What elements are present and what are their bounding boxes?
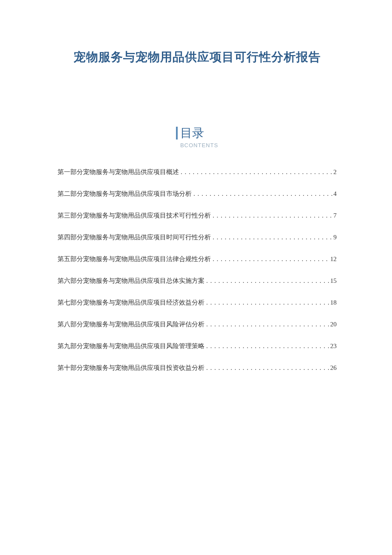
toc-leader-dots-icon xyxy=(211,256,330,263)
toc-item[interactable]: 第二部分宠物服务与宠物用品供应项目市场分析 4 xyxy=(58,190,337,198)
toc-leader-dots-icon xyxy=(205,321,330,328)
toc-leader-dots-icon xyxy=(205,277,330,285)
toc-accent-bar-icon xyxy=(176,127,178,139)
toc-item-page: 15 xyxy=(330,277,337,285)
toc-item[interactable]: 第七部分宠物服务与宠物用品供应项目经济效益分析 18 xyxy=(58,299,337,307)
toc-subheading: BCONTENTS xyxy=(180,142,218,148)
toc-header: 目录 BCONTENTS xyxy=(58,125,337,149)
toc-item-label: 第九部分宠物服务与宠物用品供应项目风险管理策略 xyxy=(58,342,205,350)
toc-item-label: 第五部分宠物服务与宠物用品供应项目法律合规性分析 xyxy=(58,255,211,263)
document-page: 宠物服务与宠物用品供应项目可行性分析报告 目录 BCONTENTS 第一部分宠物… xyxy=(0,0,392,372)
toc-item-page: 23 xyxy=(330,343,337,350)
toc-item-page: 12 xyxy=(330,256,337,263)
toc-leader-dots-icon xyxy=(211,212,334,219)
toc-item-page: 2 xyxy=(334,169,337,176)
toc-title-row: 目录 xyxy=(176,125,218,141)
toc-leader-dots-icon xyxy=(205,343,330,350)
toc-item-label: 第二部分宠物服务与宠物用品供应项目市场分析 xyxy=(58,190,192,198)
toc-item[interactable]: 第四部分宠物服务与宠物用品供应项目时间可行性分析 9 xyxy=(58,233,337,241)
toc-leader-dots-icon xyxy=(211,234,334,241)
toc-item[interactable]: 第九部分宠物服务与宠物用品供应项目风险管理策略 23 xyxy=(58,342,337,350)
toc-item-label: 第十部分宠物服务与宠物用品供应项目投资收益分析 xyxy=(58,364,205,372)
toc-item[interactable]: 第十部分宠物服务与宠物用品供应项目投资收益分析 26 xyxy=(58,364,337,372)
toc-item-page: 18 xyxy=(330,299,337,306)
toc-leader-dots-icon xyxy=(205,364,330,372)
toc-item[interactable]: 第五部分宠物服务与宠物用品供应项目法律合规性分析 12 xyxy=(58,255,337,263)
toc-item-label: 第八部分宠物服务与宠物用品供应项目风险评估分析 xyxy=(58,320,205,328)
toc-item[interactable]: 第三部分宠物服务与宠物用品供应项目技术可行性分析 7 xyxy=(58,212,337,220)
toc-item-label: 第四部分宠物服务与宠物用品供应项目时间可行性分析 xyxy=(58,233,211,241)
toc-leader-dots-icon xyxy=(205,299,330,306)
toc-item[interactable]: 第六部分宠物服务与宠物用品供应项目总体实施方案 15 xyxy=(58,277,337,285)
toc-item-page: 4 xyxy=(334,190,337,198)
toc-item-page: 7 xyxy=(334,212,337,219)
toc-item[interactable]: 第八部分宠物服务与宠物用品供应项目风险评估分析 20 xyxy=(58,320,337,328)
toc-item-page: 20 xyxy=(330,321,337,328)
toc-leader-dots-icon xyxy=(179,169,334,176)
document-title: 宠物服务与宠物用品供应项目可行性分析报告 xyxy=(58,49,337,65)
toc-item-label: 第六部分宠物服务与宠物用品供应项目总体实施方案 xyxy=(58,277,205,285)
toc-list: 第一部分宠物服务与宠物用品供应项目概述 2 第二部分宠物服务与宠物用品供应项目市… xyxy=(58,168,337,372)
toc-item-label: 第一部分宠物服务与宠物用品供应项目概述 xyxy=(58,168,179,176)
toc-item-label: 第三部分宠物服务与宠物用品供应项目技术可行性分析 xyxy=(58,212,211,220)
toc-item[interactable]: 第一部分宠物服务与宠物用品供应项目概述 2 xyxy=(58,168,337,176)
toc-item-page: 26 xyxy=(330,364,337,372)
toc-heading: 目录 xyxy=(180,125,204,141)
toc-header-inner: 目录 BCONTENTS xyxy=(176,125,218,148)
toc-item-label: 第七部分宠物服务与宠物用品供应项目经济效益分析 xyxy=(58,299,205,307)
toc-item-page: 9 xyxy=(334,234,337,241)
toc-leader-dots-icon xyxy=(192,190,334,198)
